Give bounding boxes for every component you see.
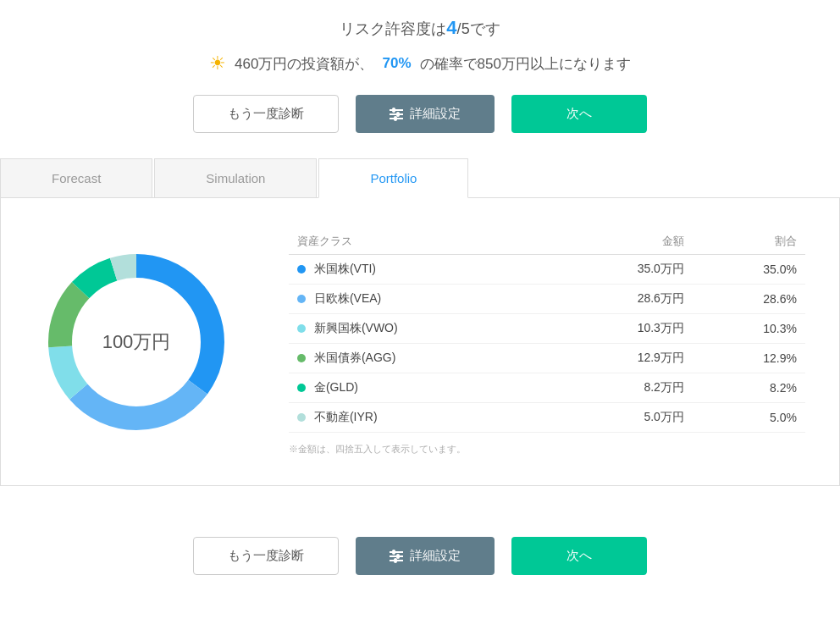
risk-suffix: です: [470, 20, 500, 37]
cell-amount: 28.6万円: [550, 284, 693, 313]
table-row: 米国株(VTI) 35.0万円 35.0%: [289, 254, 805, 284]
forecast-pct: 70%: [382, 55, 411, 72]
settings-button-top[interactable]: 詳細設定: [356, 95, 495, 133]
risk-value: 4: [446, 17, 456, 38]
col-asset-header: 資産クラス: [289, 229, 550, 255]
table-row: 日欧株(VEA) 28.6万円 28.6%: [289, 284, 805, 313]
table-note: ※金額は、四捨五入して表示しています。: [289, 443, 805, 456]
tab-forecast-label: Forecast: [52, 171, 101, 185]
asset-dot: [297, 413, 306, 422]
donut-center-label: 100万円: [102, 329, 171, 355]
cell-ratio: 8.2%: [693, 373, 805, 402]
bottom-button-row: もう一度診断 詳細設定 次へ: [0, 537, 840, 600]
table-row: 米国債券(AGG) 12.9万円 12.9%: [289, 343, 805, 373]
settings-icon-bottom: [390, 551, 403, 561]
risk-label: リスク許容度は: [340, 20, 446, 37]
table-header-row: 資産クラス 金額 割合: [289, 229, 805, 255]
donut-chart: 100万円: [35, 240, 238, 444]
cell-ratio: 35.0%: [693, 254, 805, 284]
tab-content-portfolio: 100万円 資産クラス 金額 割合 米国株(VTI) 35.0万円 35.0%: [0, 198, 840, 486]
next-button-top[interactable]: 次へ: [511, 95, 647, 133]
asset-dot: [297, 324, 306, 333]
forecast-text-suffix: の確率で850万円以上になります: [420, 54, 631, 74]
settings-label-top: 詳細設定: [410, 106, 461, 122]
cell-asset-name: 米国債券(AGG): [289, 343, 550, 373]
next-button-bottom[interactable]: 次へ: [511, 537, 647, 575]
asset-dot: [297, 354, 306, 362]
retry-button-bottom[interactable]: もう一度診断: [193, 537, 339, 575]
asset-name: 米国株(VTI): [314, 262, 376, 275]
tab-forecast[interactable]: Forecast: [0, 158, 152, 197]
forecast-subtitle: ☀ 460万円の投資額が、70%の確率で850万円以上になります: [0, 52, 840, 75]
settings-label-bottom: 詳細設定: [410, 548, 461, 564]
tab-portfolio-label: Portfolio: [370, 171, 417, 185]
asset-name: 米国債券(AGG): [314, 351, 395, 364]
portfolio-table: 資産クラス 金額 割合 米国株(VTI) 35.0万円 35.0% 日欧株(VE…: [289, 229, 805, 433]
cell-asset-name: 金(GLD): [289, 373, 550, 402]
cell-ratio: 12.9%: [693, 343, 805, 373]
settings-button-bottom[interactable]: 詳細設定: [356, 537, 495, 575]
tab-simulation-label: Simulation: [206, 171, 265, 185]
tab-portfolio[interactable]: Portfolio: [318, 158, 468, 198]
cell-ratio: 28.6%: [693, 284, 805, 313]
asset-name: 金(GLD): [314, 380, 358, 394]
portfolio-table-wrapper: 資産クラス 金額 割合 米国株(VTI) 35.0万円 35.0% 日欧株(VE…: [289, 229, 805, 456]
cell-amount: 5.0万円: [550, 402, 693, 432]
table-row: 新興国株(VWO) 10.3万円 10.3%: [289, 313, 805, 343]
retry-button-top[interactable]: もう一度診断: [193, 95, 339, 133]
asset-dot: [297, 265, 306, 274]
top-button-row: もう一度診断 詳細設定 次へ: [0, 95, 840, 133]
cell-ratio: 5.0%: [693, 402, 805, 432]
asset-name: 不動産(IYR): [314, 410, 378, 423]
cell-amount: 10.3万円: [550, 313, 693, 343]
asset-dot: [297, 295, 306, 303]
tab-simulation[interactable]: Simulation: [154, 158, 317, 197]
tab-bar: Forecast Simulation Portfolio: [0, 158, 840, 198]
table-row: 不動産(IYR) 5.0万円 5.0%: [289, 402, 805, 432]
asset-dot: [297, 384, 306, 392]
cell-amount: 8.2万円: [550, 373, 693, 402]
sun-icon: ☀: [209, 52, 226, 75]
cell-amount: 12.9万円: [550, 343, 693, 373]
cell-asset-name: 米国株(VTI): [289, 254, 550, 284]
table-row: 金(GLD) 8.2万円 8.2%: [289, 373, 805, 402]
cell-asset-name: 新興国株(VWO): [289, 313, 550, 343]
col-amount-header: 金額: [550, 229, 693, 255]
forecast-text-prefix: 460万円の投資額が、: [235, 54, 373, 74]
cell-amount: 35.0万円: [550, 254, 693, 284]
settings-icon-top: [390, 109, 403, 119]
col-ratio-header: 割合: [693, 229, 805, 255]
asset-name: 日欧株(VEA): [314, 291, 381, 305]
cell-ratio: 10.3%: [693, 313, 805, 343]
cell-asset-name: 日欧株(VEA): [289, 284, 550, 313]
cell-asset-name: 不動産(IYR): [289, 402, 550, 432]
risk-total: 5: [461, 20, 470, 37]
asset-name: 新興国株(VWO): [314, 321, 398, 334]
risk-header: リスク許容度は4/5です: [0, 17, 840, 39]
